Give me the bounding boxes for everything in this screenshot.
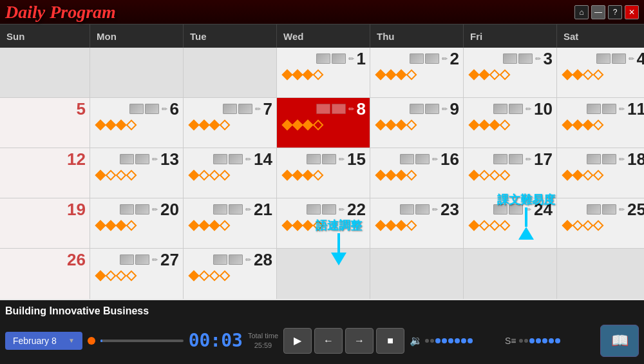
transport-buttons: ▶ ← → ■ xyxy=(283,328,404,354)
header-mon: Mon xyxy=(90,24,184,48)
cal-cell-empty xyxy=(184,48,277,97)
cal-cell-empty xyxy=(0,48,90,97)
diamond xyxy=(292,70,303,81)
cal-cell-25[interactable]: ✏ 25 xyxy=(557,198,644,248)
cal-cell-17[interactable]: ✏ 17 xyxy=(464,148,557,198)
vol-dot-3 xyxy=(435,338,440,343)
cal-cell-12[interactable]: 12 xyxy=(0,148,90,198)
home-button[interactable]: ⌂ xyxy=(574,5,589,19)
book-button[interactable]: 📖 xyxy=(600,325,639,357)
cal-cell-4[interactable]: ✏ 4 xyxy=(557,48,644,97)
prev-button[interactable]: ← xyxy=(314,328,343,354)
cal-cell-16[interactable]: ✏ 16 xyxy=(370,148,464,198)
cal-cell-9[interactable]: ✏ 9 xyxy=(370,98,464,148)
header-thu: Thu xyxy=(370,24,464,48)
progress-handle[interactable] xyxy=(88,337,95,345)
cal-cell-empty xyxy=(277,249,370,299)
diamond xyxy=(303,70,314,81)
cal-cell-empty xyxy=(370,249,464,299)
cal-cell-22[interactable]: ✏ 22 xyxy=(277,198,370,248)
cal-cell-empty xyxy=(90,48,184,97)
bottom-bar: Building Innovative Business February 8 … xyxy=(0,300,644,364)
cal-cell-8-today[interactable]: ✏ 8 xyxy=(277,98,370,148)
app-title: Daily Program xyxy=(5,2,116,23)
vol-dot-8 xyxy=(468,338,473,343)
selected-date-text: February 8 xyxy=(13,336,57,346)
calendar-week-4: 19 ✏ 20 ✏ 21 xyxy=(0,198,644,249)
speed-dots[interactable] xyxy=(519,338,560,343)
cal-cell-20[interactable]: ✏ 20 xyxy=(90,198,184,248)
vol-dot-1 xyxy=(425,339,429,343)
speed-dot-1 xyxy=(519,339,523,343)
total-time-value: 25:59 xyxy=(248,341,278,350)
diamond xyxy=(313,70,324,81)
total-time-label: Total time xyxy=(248,331,278,340)
help-button[interactable]: ? xyxy=(608,5,622,19)
cal-cell-26[interactable]: 26 xyxy=(0,249,90,299)
header-tue: Tue xyxy=(184,24,277,48)
calendar-week-1: ✏ 1 ✏ 2 xyxy=(0,48,644,98)
cal-cell-24[interactable]: ✏ 24 xyxy=(464,198,557,248)
vol-dot-7 xyxy=(461,338,466,343)
cal-cell-18[interactable]: ✏ 18 xyxy=(557,148,644,198)
vol-dot-2 xyxy=(430,339,434,343)
minimize-button[interactable]: — xyxy=(591,5,605,19)
calendar-week-3: 12 ✏ 13 ✏ 14 xyxy=(0,148,644,198)
speed-icon: S≡ xyxy=(505,336,516,346)
calendar-week-5: 26 ✏ 27 ✏ 28 xyxy=(0,249,644,299)
cal-cell-13[interactable]: ✏ 13 xyxy=(90,148,184,198)
current-time: 00:03 xyxy=(189,330,243,351)
date-selector[interactable]: February 8 ▼ xyxy=(5,332,82,350)
vol-dot-4 xyxy=(442,338,447,343)
next-button[interactable]: → xyxy=(345,328,374,354)
volume-dots[interactable] xyxy=(425,338,473,343)
cal-cell-19[interactable]: 19 xyxy=(0,198,90,248)
speed-control: S≡ xyxy=(505,336,595,346)
progress-area xyxy=(88,337,184,345)
cal-cell-28[interactable]: ✏ 28 xyxy=(184,249,277,299)
diamond xyxy=(282,70,293,81)
cal-cell-empty xyxy=(464,249,557,299)
close-button[interactable]: ✕ xyxy=(625,5,639,19)
course-title: Building Innovative Business xyxy=(5,304,639,318)
cal-cell-1[interactable]: ✏ 1 xyxy=(277,48,370,97)
header-wed: Wed xyxy=(277,24,370,48)
progress-bar[interactable] xyxy=(100,340,184,342)
stop-button[interactable]: ■ xyxy=(376,328,404,354)
calendar-week-2: 5 ✏ 6 ✏ 7 xyxy=(0,98,644,148)
vol-dot-6 xyxy=(455,338,460,343)
volume-control: 🔉 xyxy=(410,334,500,347)
header-fri: Fri xyxy=(464,24,557,48)
header-sat: Sat xyxy=(557,24,644,48)
cal-cell-27[interactable]: ✏ 27 xyxy=(90,249,184,299)
speed-dot-6 xyxy=(549,338,554,343)
header-sun: Sun xyxy=(0,24,90,48)
cal-cell-14[interactable]: ✏ 14 xyxy=(184,148,277,198)
speed-dot-5 xyxy=(542,338,547,343)
vol-dot-5 xyxy=(448,338,453,343)
cal-cell-15[interactable]: ✏ 15 xyxy=(277,148,370,198)
cal-cell-10[interactable]: ✏ 10 xyxy=(464,98,557,148)
total-time: Total time 25:59 xyxy=(248,331,278,350)
speed-dot-7 xyxy=(555,338,560,343)
cal-cell-23[interactable]: ✏ 23 xyxy=(370,198,464,248)
calendar-area: Sun Mon Tue Wed Thu Fri Sat ✏ 1 xyxy=(0,24,644,300)
cal-cell-3[interactable]: ✏ 3 xyxy=(464,48,557,97)
cal-cell-7[interactable]: ✏ 7 xyxy=(184,98,277,148)
chevron-down-icon: ▼ xyxy=(68,337,75,344)
cal-cell-11[interactable]: ✏ 11 xyxy=(557,98,644,148)
volume-icon: 🔉 xyxy=(410,334,422,347)
speed-dot-2 xyxy=(524,339,528,343)
cal-cell-2[interactable]: ✏ 2 xyxy=(370,48,464,97)
cal-cell-21[interactable]: ✏ 21 xyxy=(184,198,277,248)
play-button[interactable]: ▶ xyxy=(283,328,312,354)
progress-fill xyxy=(100,340,102,342)
speed-dot-4 xyxy=(536,338,541,343)
speed-dot-3 xyxy=(529,338,535,343)
title-bar: Daily Program ⌂ — ? ✕ xyxy=(0,0,644,24)
cal-cell-5[interactable]: 5 xyxy=(0,98,90,148)
calendar-header: Sun Mon Tue Wed Thu Fri Sat xyxy=(0,24,644,48)
cal-cell-empty xyxy=(557,249,644,299)
cal-cell-6[interactable]: ✏ 6 xyxy=(90,98,184,148)
playback-controls: February 8 ▼ 00:03 Total time 25:59 ▶ ← … xyxy=(5,321,639,360)
